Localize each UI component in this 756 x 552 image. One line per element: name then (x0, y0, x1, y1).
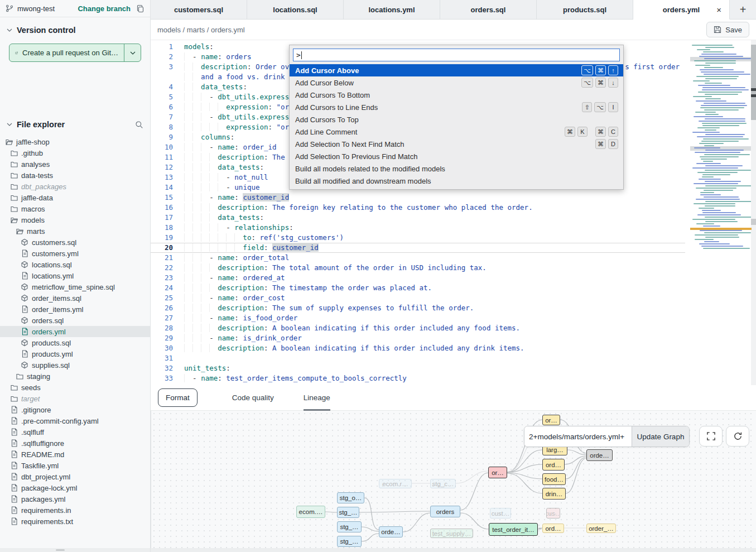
file-tree-item[interactable]: .sqlfluffignore (0, 438, 150, 449)
file-tree-item[interactable]: locations.sql (0, 259, 150, 270)
command-item[interactable]: Build all models related to the modified… (290, 162, 623, 175)
copy-icon[interactable] (136, 4, 145, 13)
lineage-node[interactable]: test_supply… (430, 529, 473, 538)
editor-tab[interactable]: locations.sql × (247, 0, 344, 19)
file-tree-item[interactable]: target (0, 393, 150, 404)
file-tree-item[interactable]: models (0, 214, 150, 225)
branch-name: mwong-test (17, 4, 78, 13)
command-item[interactable]: Add Cursor Below ⌥⌘↓ (290, 76, 623, 89)
file-tree-item[interactable]: metricflow_time_spine.sql (0, 281, 150, 292)
file-tree-item[interactable]: dbt_project.yml (0, 471, 150, 482)
file-tree-item[interactable]: .github (0, 147, 150, 159)
file-tree-item[interactable]: analyses (0, 159, 150, 170)
editor-tab[interactable]: locations.yml × (344, 0, 440, 19)
lineage-node[interactable]: orders (430, 506, 460, 517)
file-tree-item[interactable]: .sqlfluff (0, 426, 150, 438)
file-tree-item[interactable]: .gitignore (0, 404, 150, 415)
create-pr-button[interactable]: Create a pull request on Git… (9, 44, 124, 61)
lineage-node[interactable]: ord… (542, 459, 565, 471)
file-tree-item[interactable]: package-lock.yml (0, 482, 150, 493)
file-tree-item[interactable]: supplies.sql (0, 359, 150, 371)
pr-dropdown-button[interactable] (124, 44, 141, 61)
file-tree-item[interactable]: products.yml (0, 348, 150, 359)
search-icon[interactable] (135, 121, 143, 129)
command-item[interactable]: Add Line Comment ⌘K⌘C (290, 126, 623, 138)
file-tree-item[interactable]: packages.yml (0, 493, 150, 505)
panel-tab-label: Code quality (232, 393, 274, 402)
file-tree-item[interactable]: marts (0, 225, 150, 237)
command-item[interactable]: Add Cursors To Bottom (290, 89, 623, 101)
file-tree-item[interactable]: orders.yml (0, 326, 150, 337)
command-item[interactable]: Add Cursor Above ⌥⌘↑ (290, 64, 623, 76)
change-branch-link[interactable]: Change branch (78, 4, 131, 13)
lineage-node[interactable]: cus… (546, 508, 560, 519)
lineage-node[interactable]: orde… (586, 449, 613, 461)
fullscreen-button[interactable] (699, 426, 723, 447)
fullscreen-icon (706, 431, 716, 441)
lineage-node[interactable]: stg_… (337, 536, 362, 547)
panel-tab[interactable]: Lineage (304, 385, 330, 411)
file-tree-item[interactable]: jaffle-shop (0, 136, 150, 147)
panel-tab[interactable]: Code quality (232, 385, 274, 411)
format-button[interactable]: Format (158, 388, 198, 407)
lineage-node[interactable]: stg_o… (337, 492, 364, 503)
command-item[interactable]: Add Selection To Previous Find Match (290, 150, 623, 162)
lineage-selector-input[interactable] (524, 426, 632, 447)
add-tab-button[interactable]: + (730, 0, 756, 19)
scrollbar-thumb[interactable] (751, 45, 756, 120)
file-tree-item[interactable]: README.md (0, 449, 150, 460)
code-editor[interactable]: 1models:2 - name: orders3 description: O… (151, 40, 756, 385)
file-tree-item[interactable]: locations.yml (0, 270, 150, 281)
file-tree-item[interactable]: jaffle-data (0, 192, 150, 203)
lineage-node[interactable]: stg_… (337, 521, 362, 532)
editor-vertical-scrollbar[interactable] (751, 40, 756, 385)
command-item[interactable]: Add Cursors To Top (290, 113, 623, 126)
file-tree-item[interactable]: requirements.in (0, 505, 150, 516)
file-tree-item[interactable]: Taskfile.yml (0, 460, 150, 471)
command-label: Add Cursor Above (295, 66, 581, 75)
lineage-node[interactable]: stg_c… (430, 479, 456, 488)
file-tree-item[interactable]: products.sql (0, 337, 150, 348)
lineage-node[interactable]: stg_… (337, 507, 359, 518)
editor-tab[interactable]: orders.yml × (633, 0, 730, 20)
file-tree-item[interactable]: order_items.yml (0, 304, 150, 315)
lineage-node[interactable]: test_order_it… (489, 523, 538, 536)
file-tree-item[interactable]: order_items.sql (0, 292, 150, 304)
file-explorer-header[interactable]: File explorer (0, 120, 150, 129)
file-tree-item[interactable]: macros (0, 203, 150, 214)
command-item[interactable]: Build all modified and downstream models (290, 175, 623, 187)
command-item[interactable]: Add Selection To Next Find Match ⌘D (290, 138, 623, 150)
editor-tab[interactable]: orders.sql × (440, 0, 537, 19)
file-tree-item[interactable]: dbt_packages (0, 181, 150, 192)
version-control-header[interactable]: Version control (0, 26, 150, 35)
lineage-node[interactable]: ecom.… (296, 506, 325, 518)
save-button[interactable]: Save (706, 22, 749, 37)
lineage-node[interactable]: drin… (542, 488, 566, 500)
lineage-node[interactable]: cust… (490, 508, 511, 519)
file-tree-item[interactable]: .pre-commit-config.yaml (0, 415, 150, 426)
file-tree-item[interactable]: seeds (0, 382, 150, 393)
lineage-node[interactable]: or… (542, 415, 560, 425)
file-tree-item[interactable]: customers.yml (0, 248, 150, 259)
lineage-node[interactable]: ord… (542, 524, 564, 533)
sidebar-horizontal-scrollbar[interactable] (0, 548, 150, 552)
lineage-node[interactable]: food… (542, 473, 566, 485)
file-tree-item[interactable]: staging (0, 371, 150, 382)
editor-tab[interactable]: products.sql × (537, 0, 633, 19)
editor-tab[interactable]: customers.sql × (151, 0, 247, 19)
lineage-node[interactable]: order_… (586, 524, 616, 533)
lineage-node[interactable]: or… (488, 467, 507, 478)
lineage-node[interactable]: ecom.r… (379, 479, 412, 488)
update-graph-button[interactable]: Update Graph (632, 426, 689, 447)
refresh-button[interactable] (726, 426, 749, 447)
file-tree-item[interactable]: requirements.txt (0, 516, 150, 527)
command-palette-input[interactable]: > (293, 49, 620, 61)
lineage-node[interactable]: orde… (379, 526, 403, 537)
close-icon[interactable]: × (716, 5, 721, 15)
file-tree-item[interactable]: customers.sql (0, 237, 150, 248)
file-tree-item[interactable]: data-tests (0, 170, 150, 181)
file-tree-item[interactable]: orders.sql (0, 315, 150, 326)
command-item[interactable]: Add Cursors to Line Ends ⇧⌥I (290, 101, 623, 113)
minimap[interactable] (690, 45, 752, 252)
lineage-canvas[interactable]: ecom.… stg_o… stg_… stg_… stg_… orde… or… (151, 411, 756, 548)
